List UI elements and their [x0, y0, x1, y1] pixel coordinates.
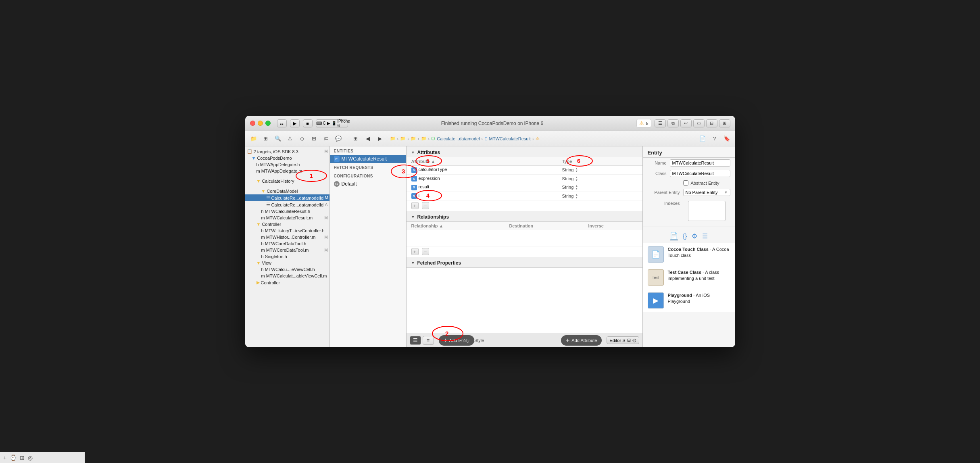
badge-m2: M	[324, 216, 327, 220]
list-item[interactable]: ▼ CoreDataModel	[245, 188, 329, 194]
test-case-template[interactable]: Test Test Case Class - A class implement…	[643, 266, 735, 289]
list-item[interactable]: m MTWAppDelegate.m	[245, 168, 329, 174]
warning-toolbar-icon[interactable]: ⚠	[285, 134, 295, 143]
header-icon-3: h	[261, 228, 264, 233]
list-item[interactable]: ☰ CalculateRe...datamodelId M	[245, 194, 329, 201]
single-pane-icon[interactable]: ▭	[693, 119, 705, 127]
list-item[interactable]: h MTWCalcu...leViewCell.h	[245, 266, 329, 273]
breadcrumb-folder2[interactable]: 📁	[400, 136, 406, 141]
list-item[interactable]: h MTWCoreDataTool.h	[245, 240, 329, 247]
abstract-entity-checkbox[interactable]	[683, 180, 688, 186]
scheme-selector[interactable]: ⌨ C ▶ 📱 iPhone 6	[316, 119, 348, 127]
folder-icon[interactable]: 📁	[248, 134, 259, 143]
grid-icon[interactable]: ⊞	[309, 134, 319, 143]
gear-inspector-icon[interactable]: ⚙	[692, 232, 697, 240]
maximize-button[interactable]	[265, 121, 271, 126]
nav-back[interactable]: ◀	[363, 134, 373, 143]
item-label: MTWCalculat...ableViewCell.m	[266, 273, 327, 278]
sidebar-toggle-button[interactable]: ⚏	[277, 119, 287, 127]
list-item[interactable]: m MTWCoreDataTool.m M	[245, 247, 329, 253]
add-relationship-btn[interactable]: +	[411, 248, 419, 255]
list-item[interactable]: m MTWHistor...Controller.m M	[245, 234, 329, 240]
parent-entity-select[interactable]: No Parent Entity ▼	[683, 189, 730, 196]
entity-item-calculate-result[interactable]: E MTWCalculateResult	[330, 155, 406, 163]
list-item[interactable]: m MTWCalculat...ableViewCell.m	[245, 273, 329, 279]
close-button[interactable]	[250, 121, 255, 126]
list-item[interactable]: h Singleton.h	[245, 253, 329, 260]
editor-style-label: Editor S	[609, 338, 625, 343]
col-relationship: Relationship ▲	[407, 222, 505, 230]
json-inspector-icon[interactable]: {}	[683, 233, 687, 240]
nav-forward[interactable]: ▶	[375, 134, 385, 143]
list-item[interactable]: h MTWAppDelegate.h	[245, 161, 329, 168]
tag-icon[interactable]: 🏷	[321, 134, 332, 143]
cocoa-touch-thumbnail: 📄	[648, 246, 664, 263]
breadcrumb-datamodel[interactable]: Calculate...datamodel	[437, 136, 480, 141]
fetched-triangle[interactable]: ▼	[411, 261, 415, 265]
breadcrumb-entity-icon[interactable]: E	[484, 136, 487, 141]
attributes-table: Attribute ▲ 5 Type	[407, 157, 642, 200]
play-button[interactable]: ▶	[290, 119, 300, 127]
badge-m: M	[325, 196, 328, 200]
config-default-item[interactable]: C Default	[330, 180, 406, 188]
indexes-row: Indexes	[643, 198, 735, 224]
align-icon[interactable]: ☰	[655, 119, 666, 127]
breadcrumb-warning[interactable]: ⚠	[536, 136, 540, 141]
table-row[interactable]: ScalculatorType String▲▼	[407, 166, 642, 175]
list-item[interactable]: m MTWCalculateResult.m M	[245, 215, 329, 221]
parent-label: Parent Entity	[648, 190, 680, 195]
breadcrumb-folder5[interactable]: ⬡	[431, 136, 435, 141]
remove-relationship-btn[interactable]: −	[422, 248, 429, 255]
outline-view-btn[interactable]: ≡	[423, 336, 434, 345]
add-attribute-button[interactable]: + Add Attribute	[561, 335, 602, 346]
list-item[interactable]: ▼ CocoaPodsDemo	[245, 155, 329, 161]
share-icon[interactable]: ⧉	[667, 119, 679, 127]
list-item[interactable]: h MTWHistoryT...iewController.h	[245, 227, 329, 234]
diff-icon[interactable]: ◇	[297, 134, 307, 143]
help-icon[interactable]: ?	[709, 134, 720, 143]
doc-inspector-icon[interactable]: 📄	[670, 232, 678, 240]
breadcrumb-entity[interactable]: MTWCalculateResult	[489, 136, 531, 141]
warning-badge[interactable]: ⚠ 5	[636, 119, 651, 127]
breadcrumb-folder4[interactable]: 📁	[421, 136, 427, 141]
breadcrumb-folder-icon[interactable]: 📁	[390, 136, 396, 141]
name-label: Name	[648, 161, 667, 165]
search-icon[interactable]: 🔍	[273, 134, 283, 143]
relationships-triangle[interactable]: ▼	[411, 215, 415, 219]
list-item[interactable]: ▼ Controller	[245, 221, 329, 227]
attributes-triangle[interactable]: ▼	[411, 150, 415, 154]
table-row[interactable]: Sexpression String▲▼	[407, 174, 642, 183]
doc-add-icon[interactable]: 📄	[697, 134, 708, 143]
playground-template[interactable]: ▶ Playground - An iOS Playground	[643, 289, 735, 312]
list-item[interactable]: ▶ Controller	[245, 279, 329, 286]
bookmark-icon[interactable]: 🔖	[721, 134, 732, 143]
breadcrumb-folder3[interactable]: 📁	[411, 136, 416, 141]
list-view-btn[interactable]: ☰	[410, 336, 421, 345]
add-attribute-inline-btn[interactable]: +	[411, 202, 419, 209]
minimize-button[interactable]	[258, 121, 263, 126]
back-icon[interactable]: ↩	[680, 119, 692, 127]
list-item[interactable]: ☰ CalculateRe...datamodelId A	[245, 201, 329, 208]
multi-pane-icon[interactable]: ⊞	[719, 119, 730, 127]
list-item[interactable]: h MTWCalculateResult.h	[245, 208, 329, 215]
list-item[interactable]: ▼ CalculateHistory 1	[245, 174, 329, 188]
remove-attribute-btn[interactable]: −	[422, 202, 429, 209]
class-input[interactable]	[670, 170, 730, 177]
entity-view-toggle[interactable]: ⊞	[350, 134, 361, 143]
main-content: 📋 2 targets, iOS SDK 8.3 M ▼ CocoaPodsDe…	[245, 146, 735, 347]
parent-entity-row: Parent Entity No Parent Entity ▼	[643, 187, 735, 198]
table-row[interactable]: St 4 String▲▼	[407, 192, 642, 200]
stop-button[interactable]: ■	[303, 119, 313, 127]
cocoa-touch-template[interactable]: 📄 Cocoa Touch Class - A Cocoa Touch clas…	[643, 243, 735, 266]
editor-style-button[interactable]: Editor S ⊞ ◎	[607, 336, 639, 344]
list-inspector-icon[interactable]: ☰	[702, 232, 708, 240]
comment-icon[interactable]: 💬	[333, 134, 344, 143]
name-input[interactable]	[670, 159, 730, 167]
table-row[interactable]: Sresult String▲▼	[407, 183, 642, 192]
bottom-toolbar: ☰ ≡ + Add Entity 2 Outline Style	[407, 333, 642, 347]
empty-row	[407, 230, 642, 246]
traffic-lights	[250, 121, 271, 126]
split-pane-icon[interactable]: ⊟	[706, 119, 717, 127]
recent-files-icon[interactable]: ⊞	[261, 134, 271, 143]
list-item[interactable]: ▼ View	[245, 260, 329, 266]
